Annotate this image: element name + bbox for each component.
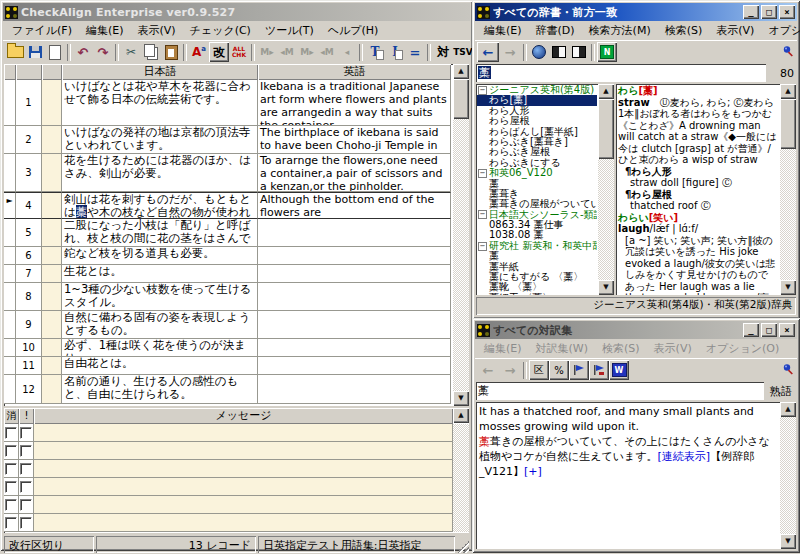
message-cell[interactable]	[34, 442, 453, 460]
back-record-button[interactable]: ◂	[337, 42, 357, 62]
definition-scrollbar[interactable]: ▲ ▼	[780, 84, 796, 295]
next-group-button[interactable]: M▸	[297, 42, 317, 62]
continuous-display-link[interactable]: [連続表示]	[658, 450, 711, 463]
menu-edit[interactable]: 編集(E)	[477, 22, 529, 39]
dict-entry-item[interactable]: 藁靴 〈藁〉	[477, 282, 597, 292]
corpus-result-text[interactable]: It has a thatched roof, and many small p…	[476, 402, 780, 549]
menu-edit[interactable]: 編集(E)	[477, 340, 529, 357]
dict-entry-item[interactable]: わらぶき屋根	[477, 147, 597, 157]
web-search-button[interactable]	[529, 42, 549, 62]
dict-entry-item[interactable]: わらぶき[藁葺き]	[477, 137, 597, 147]
dict-group-item[interactable]: −日本語大シソーラス-類語検	[477, 210, 597, 220]
warn-checkbox[interactable]	[20, 427, 32, 439]
english-cell[interactable]: To ararnge the flowers,one need a contai…	[258, 154, 451, 192]
delete-checkbox[interactable]	[5, 481, 17, 493]
dict-entry-item[interactable]: 0863.34 藁仕事	[477, 220, 597, 230]
english-cell[interactable]	[258, 283, 451, 311]
scrollbar-thumb[interactable]	[780, 99, 796, 149]
english-cell[interactable]	[258, 247, 451, 265]
dict-view-toggle-button-2[interactable]	[569, 42, 589, 62]
scrollbar-thumb[interactable]	[598, 99, 614, 159]
ku-filter-button[interactable]: 区	[529, 360, 549, 380]
menu-edit[interactable]: 編集(E)	[79, 22, 131, 39]
warn-checkbox[interactable]	[20, 463, 32, 475]
delete-checkbox[interactable]	[5, 517, 17, 529]
dict-entry-item[interactable]: 藁	[477, 251, 597, 261]
message-cell[interactable]	[34, 514, 453, 532]
scroll-down-icon[interactable]: ▼	[780, 534, 796, 549]
paste-button[interactable]	[161, 42, 181, 62]
new-button[interactable]	[45, 42, 65, 62]
menu-help[interactable]: ヘルプ(H)	[321, 22, 386, 39]
maximize-button[interactable]: □	[761, 5, 777, 19]
font-convert-button[interactable]: Aa	[189, 42, 209, 62]
copy-button[interactable]	[141, 42, 161, 62]
menu-view[interactable]: 表示(V)	[131, 22, 183, 39]
corpus-titlebar[interactable]: すべての対訳集 _ □ ×	[475, 321, 797, 339]
english-cell[interactable]	[258, 357, 451, 375]
menu-file[interactable]: ファイル(F)	[5, 22, 79, 39]
insert-row-below-button[interactable]: I	[385, 42, 405, 62]
prev-match-button[interactable]: ◂M	[277, 42, 297, 62]
japanese-cell[interactable]: 自然に備わる固有の姿を表現しようとするもの。	[62, 311, 258, 339]
english-cell[interactable]	[258, 339, 451, 357]
tsv-export-button[interactable]: TSV	[453, 42, 473, 62]
english-cell[interactable]: Although the bottom end of the flowers a…	[258, 192, 451, 219]
dict-entry-item[interactable]: 藁にもすがる 〈藁〉	[477, 272, 597, 282]
delete-checkbox[interactable]	[5, 427, 17, 439]
dict-entry-item[interactable]: わらばんし[藁半紙]	[477, 127, 597, 137]
english-cell[interactable]	[258, 265, 451, 283]
japanese-cell[interactable]: いけばなの発祥の地は京都の頂法寺といわれています。	[62, 126, 258, 154]
menu-view[interactable]: 表示(V)	[647, 340, 699, 357]
flag-search-button[interactable]	[589, 360, 609, 380]
english-cell[interactable]: Ikebana is a traditional Japanese art fo…	[258, 80, 451, 126]
corpus-search-input[interactable]: 藁	[476, 382, 764, 400]
menu-search[interactable]: 検索(S)	[595, 340, 647, 357]
message-cell[interactable]	[34, 424, 453, 442]
dict-entry-item[interactable]: 藁葺きの屋根がついていて、そ	[477, 199, 597, 209]
idiom-button[interactable]: 熟語	[766, 384, 796, 399]
japanese-column-header[interactable]: 日本語	[62, 64, 258, 80]
dict-view-toggle-button[interactable]	[549, 42, 569, 62]
english-cell[interactable]	[258, 375, 451, 404]
table-scrollbar[interactable]: ▲ ▼	[453, 64, 469, 406]
delete-checkbox[interactable]	[5, 499, 17, 511]
menu-view[interactable]: 表示(V)	[709, 22, 761, 39]
english-cell[interactable]	[258, 219, 451, 247]
cut-button[interactable]: ✂	[121, 42, 141, 62]
redo-button[interactable]: ↷	[93, 42, 113, 62]
dict-entry-item[interactable]: 1038.08 藁	[477, 230, 597, 240]
japanese-cell[interactable]: 二股になった小枝は「配り」と呼ばれ、枝と枝の間に花の茎をはさんで使う。	[62, 219, 258, 247]
back-button[interactable]: ←	[477, 42, 499, 62]
message-cell[interactable]	[34, 496, 453, 514]
save-button[interactable]	[25, 42, 45, 62]
menu-dictionary[interactable]: 辞書(D)	[529, 22, 582, 39]
japanese-cell[interactable]: いけばなとは花や草木を花器に合わせて飾る日本の伝統芸術です。	[62, 80, 258, 126]
open-button[interactable]	[5, 42, 25, 62]
word-mode-button[interactable]: W	[609, 360, 629, 380]
dict-search-input[interactable]: 藁	[476, 64, 766, 82]
menu-corpus[interactable]: 対訳集(W)	[529, 340, 595, 357]
scroll-up-icon[interactable]: ▲	[598, 84, 614, 99]
japanese-cell[interactable]: 自由花とは。	[62, 357, 258, 375]
dict-entry-item[interactable]: わらぶきにする	[477, 158, 597, 168]
pin-button[interactable]	[782, 43, 795, 62]
all-check-button[interactable]: ALLCHK	[229, 42, 249, 62]
warn-checkbox[interactable]	[20, 499, 32, 511]
prev-group-button[interactable]: ◂M	[317, 42, 337, 62]
align-button[interactable]: 対	[433, 42, 453, 62]
japanese-cell[interactable]: 必ず、1種は咲く花を使うのが決まり。	[62, 339, 258, 357]
japanese-cell[interactable]: 名前の通り、生ける人の感性のもと、自由に生けられる。	[62, 375, 258, 404]
menu-options[interactable]: オプション(O)	[761, 22, 800, 39]
pin-button[interactable]	[782, 361, 795, 380]
definition-text[interactable]: わら[藁] straw Ⓤ麦わら, わら; Ⓒ麦わら1本‖おぼれる者はわらをもつ…	[616, 84, 780, 295]
undo-button[interactable]: ↶	[73, 42, 93, 62]
corpus-scrollbar[interactable]: ▲ ▼	[780, 402, 796, 549]
minimize-button[interactable]: _	[743, 323, 759, 337]
japanese-cell[interactable]: 1~3種の少ない枝数を使って生けるスタイル。	[62, 283, 258, 311]
resize-grip[interactable]	[457, 541, 469, 553]
scroll-up-icon[interactable]: ▲	[453, 408, 469, 423]
expand-link[interactable]: [+]	[524, 465, 542, 478]
next-match-button[interactable]: M▸	[257, 42, 277, 62]
forward-button[interactable]: →	[499, 42, 521, 62]
